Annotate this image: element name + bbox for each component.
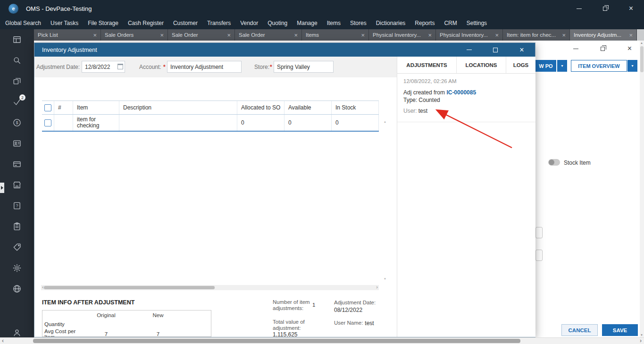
tab-inventory-adjustment[interactable]: Inventory Adjustm...	[570, 29, 637, 41]
web-globe-icon[interactable]	[12, 284, 22, 294]
tab-item-for-checking[interactable]: Item: item for chec...	[503, 29, 570, 41]
app-horizontal-scrollbar[interactable]	[0, 337, 644, 344]
scroll-up-icon[interactable]	[640, 42, 643, 44]
close-tab-icon[interactable]	[294, 32, 298, 38]
restore-icon[interactable]	[589, 43, 616, 54]
menu-item-user-tasks[interactable]: User Tasks	[46, 17, 83, 29]
cash-register-icon[interactable]: $	[12, 118, 22, 127]
menu-item-global-search[interactable]: Global Search	[0, 17, 46, 29]
close-tab-icon[interactable]	[160, 32, 164, 38]
menu-item-quoting[interactable]: Quoting	[263, 17, 292, 29]
close-icon[interactable]	[509, 43, 535, 57]
row-checkbox[interactable]	[44, 119, 51, 126]
window-header[interactable]: Inventory Adjustment	[34, 43, 535, 57]
user-tasks-icon[interactable]: 2	[12, 97, 22, 107]
row-cell-in-stock: 0	[332, 115, 379, 131]
task-count-badge: 2	[19, 94, 25, 101]
tab-physical-inventory-1[interactable]: Physical Inventory...	[369, 29, 436, 41]
menu-item-customer[interactable]: Customer	[168, 17, 202, 29]
pick-list-icon[interactable]	[12, 35, 22, 44]
menu-item-reports[interactable]: Reports	[410, 17, 439, 29]
user-profile-icon[interactable]	[12, 328, 22, 337]
menu-item-dictionaries[interactable]: Dictionaries	[371, 17, 410, 29]
adjustment-source-link[interactable]: IC-0000085	[446, 89, 476, 96]
app-title: OMS - DevPace-Testing	[26, 5, 92, 12]
scrollbar-thumb[interactable]	[33, 339, 520, 343]
cancel-button[interactable]: CANCEL	[561, 324, 598, 336]
file-storage-icon[interactable]	[12, 76, 22, 86]
close-tab-icon[interactable]	[93, 32, 97, 38]
header-cell[interactable]: Item	[73, 101, 119, 114]
table-scroll-up-icon[interactable]	[384, 120, 386, 123]
tab-sale-order-1[interactable]: Sale Order	[168, 29, 235, 41]
save-button[interactable]: SAVE	[602, 324, 638, 336]
menu-item-manage[interactable]: Manage	[292, 17, 322, 29]
tab-items[interactable]: Items	[302, 29, 369, 41]
table-scroll-down-icon[interactable]	[384, 277, 386, 280]
tab-sale-order-2[interactable]: Sale Order	[235, 29, 302, 41]
help-clipboard-icon[interactable]: ?	[12, 201, 22, 210]
sidebar: 2 $ ?	[0, 29, 34, 337]
store-input[interactable]	[274, 61, 334, 73]
minimize-icon[interactable]	[456, 43, 482, 57]
menu-item-cash-register[interactable]: Cash Register	[123, 17, 168, 29]
menu-item-file-storage[interactable]: File Storage	[83, 17, 123, 29]
header-cell[interactable]: In Stock	[332, 101, 379, 114]
close-tab-icon[interactable]	[361, 32, 365, 38]
table-row[interactable]: item for checking 0 0 0	[42, 115, 379, 132]
menu-item-crm[interactable]: CRM	[439, 17, 461, 29]
header-cell[interactable]: Available	[284, 101, 332, 114]
calendar-icon[interactable]	[117, 64, 123, 69]
customer-icon[interactable]	[12, 139, 22, 148]
sidebar-expander-chevron[interactable]	[0, 183, 4, 193]
restore-icon[interactable]	[592, 0, 618, 17]
tab-locations[interactable]: LOCATIONS	[457, 57, 506, 73]
minimize-icon[interactable]	[566, 0, 592, 17]
tab-pick-list[interactable]: Pick List	[34, 29, 101, 41]
scroll-left-icon[interactable]	[2, 337, 4, 344]
header-cell[interactable]: Description	[119, 101, 237, 114]
overview-dropdown-icon[interactable]	[627, 60, 637, 72]
header-cell[interactable]: #	[54, 101, 73, 114]
minimize-icon[interactable]	[562, 43, 589, 54]
header-cell[interactable]: Allocated to SO	[237, 101, 284, 114]
tab-physical-inventory-2[interactable]: Physical Inventory...	[436, 29, 503, 41]
tab-sale-orders[interactable]: Sale Orders	[101, 29, 168, 41]
transfers-icon[interactable]	[12, 159, 22, 169]
close-tab-icon[interactable]	[629, 32, 633, 38]
close-tab-icon[interactable]	[227, 32, 231, 38]
item-overview-button[interactable]: ITEM OVERVIEW	[571, 60, 627, 72]
new-po-button[interactable]: W PO	[535, 60, 556, 72]
close-icon[interactable]	[616, 43, 643, 54]
tags-icon[interactable]	[12, 243, 22, 252]
vertical-scrollbar[interactable]	[640, 41, 644, 337]
table-horizontal-scrollbar[interactable]	[41, 285, 379, 290]
close-tab-icon[interactable]	[428, 32, 432, 38]
store-icon[interactable]	[12, 180, 22, 190]
scrollbar-thumb[interactable]	[640, 46, 644, 72]
menu-item-items[interactable]: Items	[322, 17, 345, 29]
po-dropdown-icon[interactable]	[557, 60, 567, 72]
tab-logs[interactable]: LOGS	[506, 57, 535, 73]
scroll-right-icon[interactable]	[376, 284, 378, 290]
tab-adjustments[interactable]: ADJUSTMENTS	[397, 57, 457, 73]
close-icon[interactable]	[618, 0, 644, 17]
scroll-right-icon[interactable]	[640, 337, 642, 344]
settings-gear-icon[interactable]	[12, 263, 22, 273]
summary-user-name: User Name: test	[334, 320, 374, 327]
search-icon[interactable]	[12, 56, 22, 65]
close-tab-icon[interactable]	[495, 32, 499, 38]
account-input[interactable]	[167, 61, 242, 73]
stock-item-toggle[interactable]	[548, 159, 560, 166]
tab-overflow-button[interactable]	[637, 29, 644, 41]
menu-item-vendor[interactable]: Vendor	[235, 17, 263, 29]
tasks-clipboard-icon[interactable]	[12, 222, 22, 231]
menu-item-settings[interactable]: Settings	[462, 17, 492, 29]
menu-item-stores[interactable]: Stores	[345, 17, 371, 29]
maximize-icon[interactable]	[482, 43, 509, 57]
select-all-checkbox[interactable]	[44, 104, 51, 111]
menu-item-transfers[interactable]: Transfers	[202, 17, 235, 29]
scroll-down-icon[interactable]	[640, 334, 643, 336]
scrollbar-thumb[interactable]	[44, 286, 215, 289]
close-tab-icon[interactable]	[562, 32, 566, 38]
